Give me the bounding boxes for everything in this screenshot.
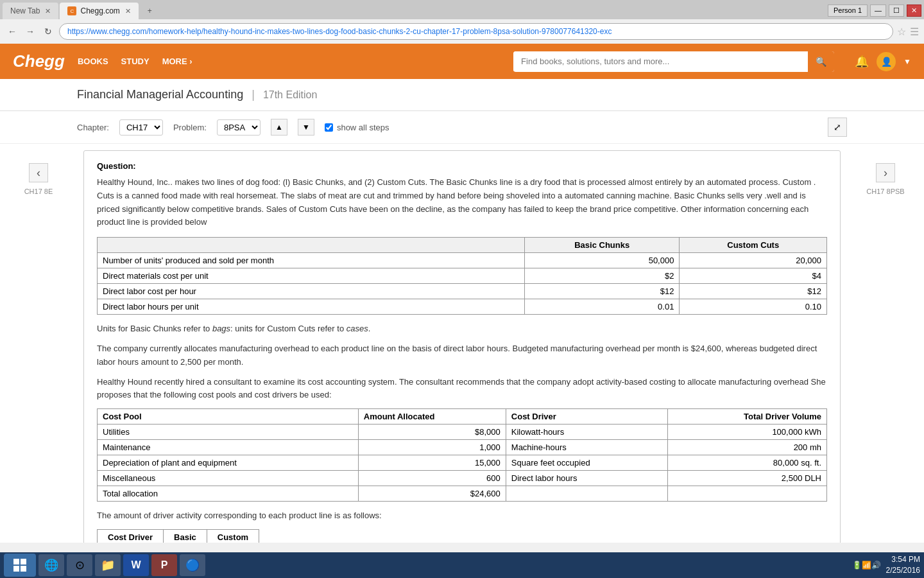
problem-label: Problem:: [173, 123, 207, 132]
row1-label: Number of units' produced and sold per m…: [98, 253, 525, 268]
person1-btn[interactable]: Person 1: [828, 4, 868, 17]
book-title-bar: Financial Managerial Accounting | 17th E…: [0, 79, 924, 111]
nav-right-label: CH17 8PSB: [866, 188, 904, 195]
taskbar-word[interactable]: W: [123, 554, 149, 576]
cp-row1-volume: 100,000 kWh: [667, 425, 826, 440]
row4-custom: 0.10: [680, 299, 827, 315]
prev-step-btn[interactable]: ▲: [271, 119, 287, 136]
note2: The company currently allocates manufact…: [97, 342, 827, 369]
ie-icon: 🌐: [44, 558, 58, 572]
word-icon: W: [131, 559, 141, 571]
product-table-col2: Custom Cuts: [680, 238, 827, 253]
cp-col3: Total Driver Volume: [667, 409, 826, 425]
svg-rect-1: [21, 559, 26, 565]
next-problem-btn[interactable]: ›: [876, 163, 895, 182]
product-table: Basic Chunks Custom Cuts Number of units…: [97, 237, 827, 315]
address-input[interactable]: [59, 23, 893, 40]
product-table-col0: [98, 238, 525, 253]
row4-label: Direct labor hours per unit: [98, 299, 525, 315]
chegg-logo[interactable]: Chegg: [13, 51, 65, 71]
cp-col1: Amount Allocated: [358, 409, 506, 425]
row3-custom: $12: [680, 284, 827, 299]
row2-basic: $2: [524, 268, 679, 284]
product-table-col1: Basic Chunks: [524, 238, 679, 253]
taskbar-ie[interactable]: 🌐: [38, 554, 64, 576]
tab-new[interactable]: New Tab ✕: [3, 3, 58, 19]
taskbar: 🌐 ⊙ 📁 W P 🔵 🔋📶🔊 3:54 PM 2/25/2016: [0, 552, 924, 578]
cp-row4-driver: Direct labor hours: [506, 471, 667, 486]
expand-btn[interactable]: ⤢: [828, 118, 847, 137]
taskbar-chrome2[interactable]: 🔵: [180, 554, 205, 576]
row3-basic: $12: [524, 284, 679, 299]
solution-area: ‹ CH17 8E Question: Healthy Hound, Inc..…: [0, 144, 924, 543]
chrome2-icon: 🔵: [185, 558, 200, 572]
search-input[interactable]: [513, 51, 808, 71]
table-row: Direct labor hours per unit 0.01 0.10: [98, 299, 827, 315]
nav-books[interactable]: BOOKS: [78, 57, 108, 66]
show-all-steps-checkbox[interactable]: [325, 123, 333, 132]
nav-left-label: CH17 8E: [24, 188, 53, 195]
clock-time: 3:54 PM: [886, 554, 920, 565]
svg-rect-3: [21, 566, 26, 572]
refresh-btn[interactable]: ↻: [41, 24, 55, 39]
book-title: Financial Managerial Accounting | 17th E…: [77, 88, 317, 101]
nav-left: ‹ CH17 8E: [0, 150, 77, 543]
nav-study[interactable]: STUDY: [121, 57, 150, 66]
tab-chegg-close[interactable]: ✕: [125, 7, 131, 15]
cp-row4-volume: 2,500 DLH: [667, 471, 826, 486]
back-btn[interactable]: ←: [5, 24, 19, 39]
cp-row3-volume: 80,000 sq. ft.: [667, 455, 826, 471]
tab-new-label: New Tab: [10, 6, 40, 15]
taskbar-folder[interactable]: 📁: [95, 554, 121, 576]
cp-col2: Cost Driver: [506, 409, 667, 425]
nav-more[interactable]: MORE ›: [162, 57, 193, 66]
cp-row2-driver: Machine-hours: [506, 440, 667, 455]
user-avatar[interactable]: 👤: [877, 52, 896, 71]
table-row: Depreciation of plant and equipment 15,0…: [98, 455, 827, 471]
controls-bar: Chapter: CH17 Problem: 8PSA ▲ ▼ show all…: [0, 111, 924, 144]
bottom-table: Cost Driver Basic Custom: [97, 529, 259, 543]
taskbar-ppt[interactable]: P: [151, 554, 177, 576]
note1: Units for Basic Chunks refer to bags: un…: [97, 322, 827, 336]
chegg-nav: BOOKS STUDY MORE ›: [78, 57, 193, 66]
dropdown-chevron-icon[interactable]: ▼: [903, 57, 911, 66]
tab-bar: New Tab ✕ C Chegg.com ✕ + Person 1 — ☐ ✕: [0, 0, 924, 19]
table-row: Direct materials cost per unit $2 $4: [98, 268, 827, 284]
chapter-dropdown[interactable]: CH17: [119, 119, 163, 136]
table-row: Total allocation $24,600: [98, 486, 827, 502]
table-row: Miscellaneous 600 Direct labor hours 2,5…: [98, 471, 827, 486]
new-tab-btn[interactable]: +: [140, 3, 159, 19]
ppt-icon: P: [161, 559, 168, 571]
cp-row5-driver: [506, 486, 667, 502]
notification-icon[interactable]: 🔔: [855, 55, 869, 69]
show-all-steps-text: show all steps: [337, 123, 389, 132]
maximize-btn[interactable]: ☐: [889, 4, 904, 17]
tab-new-close[interactable]: ✕: [45, 7, 51, 15]
prev-problem-btn[interactable]: ‹: [29, 163, 48, 182]
tab-chegg[interactable]: C Chegg.com ✕: [60, 3, 138, 19]
close-btn[interactable]: ✕: [907, 4, 921, 17]
table-row: Maintenance 1,000 Machine-hours 200 mh: [98, 440, 827, 455]
clock-date: 2/25/2016: [886, 565, 920, 576]
cp-row1-amount: $8,000: [358, 425, 506, 440]
next-step-btn[interactable]: ▼: [298, 119, 314, 136]
menu-icon[interactable]: ☰: [910, 26, 919, 38]
bookmark-icon[interactable]: ☆: [897, 26, 906, 38]
problem-dropdown[interactable]: 8PSA: [217, 119, 261, 136]
cp-row2-amount: 1,000: [358, 440, 506, 455]
row3-label: Direct labor cost per hour: [98, 284, 525, 299]
row1-custom: 20,000: [680, 253, 827, 268]
table-row: Utilities $8,000 Kilowatt-hours 100,000 …: [98, 425, 827, 440]
forward-btn[interactable]: →: [23, 24, 37, 39]
search-button[interactable]: 🔍: [808, 51, 834, 72]
start-button[interactable]: [4, 554, 36, 577]
bt-col0: Cost Driver: [98, 529, 164, 543]
address-bar-row: ← → ↻ ☆ ☰: [0, 19, 924, 44]
minimize-btn[interactable]: —: [870, 4, 886, 17]
taskbar-chrome[interactable]: ⊙: [67, 554, 92, 576]
book-edition: 17th Edition: [263, 89, 318, 100]
folder-icon: 📁: [101, 558, 115, 572]
chegg-header: Chegg BOOKS STUDY MORE › 🔍 🔔 👤 ▼: [0, 44, 924, 79]
chegg-search: 🔍: [513, 51, 834, 72]
question-intro: Healthy Hound, Inc.. makes two lines of …: [97, 176, 827, 229]
